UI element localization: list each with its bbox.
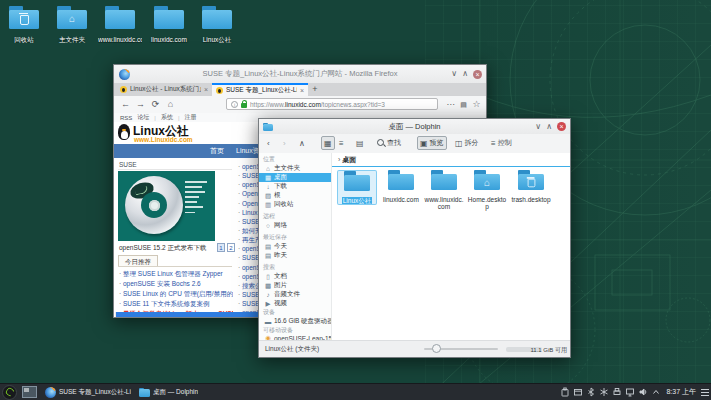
icons-view-icon[interactable]: ▦ [321, 136, 335, 150]
article-link[interactable]: OpenSUS [238, 200, 260, 209]
file-item-home-desktop[interactable]: ⌂ Home.desktop [467, 170, 507, 210]
article-link[interactable]: SUSE Linux 的 CPU 管理(启用/禁用的方法) [119, 290, 233, 299]
expand-tray-arrow-icon[interactable] [651, 387, 661, 397]
control-menu-button[interactable]: ≡控制 [491, 136, 512, 150]
pagination-page-1[interactable]: 1 [217, 243, 225, 252]
places-item-home[interactable]: ⌂主文件夹 [259, 164, 331, 173]
application-launcher-icon[interactable] [2, 385, 17, 400]
compact-view-icon[interactable]: ≡ [339, 136, 344, 150]
library-icon[interactable]: ▤ [457, 98, 470, 111]
minimize-icon[interactable]: ∨ [535, 123, 541, 131]
article-link[interactable]: OpenSUS [238, 190, 260, 199]
up-icon[interactable]: ∧ [299, 136, 305, 150]
bookmark-item[interactable]: RSS [120, 115, 132, 121]
back-icon[interactable]: ‹ [267, 136, 270, 150]
page-actions-icon[interactable]: ⋯ [444, 98, 457, 111]
places-item-today[interactable]: ▤今天 [259, 242, 331, 251]
article-link[interactable]: openSUS [238, 245, 260, 254]
tab-suse-topic[interactable]: SUSE 专题_Linux公社-Linu × [212, 83, 308, 96]
kdeconnect-icon[interactable] [599, 387, 609, 397]
task-firefox[interactable]: SUSE 专题_Linux公社-Linux系统门... [45, 387, 131, 398]
article-link[interactable]: SUSE Lin [238, 254, 260, 263]
zoom-slider[interactable] [424, 348, 498, 350]
https-lock-icon[interactable] [241, 103, 247, 108]
details-view-icon[interactable]: ▤ [356, 136, 364, 150]
bookmark-item[interactable]: 系统 [161, 113, 173, 122]
minimize-icon[interactable]: ∨ [451, 70, 457, 78]
desktop-icon-linuxidc[interactable]: linuxidc.com [147, 6, 191, 43]
firefox-titlebar[interactable]: SUSE 专题_Linux公社-Linux系统门户网站 - Mozilla Fi… [114, 65, 486, 84]
desktop-icon-linux-gongshe[interactable]: Linux公社 [195, 6, 239, 43]
places-item-videos[interactable]: ▶视频 [259, 299, 331, 308]
reload-icon[interactable]: ⟳ [149, 98, 162, 111]
article-link[interactable]: SUSE Lin [238, 291, 260, 300]
places-item-documents[interactable]: ▯文档 [259, 272, 331, 281]
virtual-desktop-pager[interactable] [22, 386, 37, 398]
places-item-images[interactable]: ▩图片 [259, 281, 331, 290]
maximize-icon[interactable]: ∧ [546, 123, 552, 131]
article-link[interactable]: openSUS [238, 264, 260, 273]
site-info-icon[interactable]: i [231, 101, 238, 108]
places-item-network[interactable]: ○网络 [259, 221, 331, 230]
article-link[interactable]: SUSE 11 下文件系统修复案例 [119, 300, 233, 309]
preview-toggle[interactable]: ▣预览 [417, 136, 447, 150]
split-button[interactable]: ◫拆分 [455, 136, 479, 150]
places-item-desktop[interactable]: ▦桌面 [259, 173, 331, 182]
article-link[interactable]: openSUS [238, 273, 260, 282]
article-link[interactable]: openSUS [238, 163, 260, 172]
zoom-slider-knob[interactable] [432, 344, 441, 353]
file-item-linux-gongshe[interactable]: Linux公社 [337, 170, 377, 205]
printer-icon[interactable] [612, 387, 622, 397]
places-item-trash[interactable]: ▥回收站 [259, 200, 331, 209]
site-nav-item[interactable]: 首页 [210, 146, 224, 156]
article-link[interactable]: 如何升级 [238, 227, 260, 236]
notifications-icon[interactable] [573, 387, 583, 397]
places-item-root[interactable]: ▨根 [259, 191, 331, 200]
article-link[interactable]: 搜索公司 [238, 282, 260, 291]
article-link[interactable]: Linux 操 [238, 209, 260, 218]
article-link[interactable]: openSUS [238, 181, 260, 190]
clipboard-icon[interactable] [560, 387, 570, 397]
tab-linux-gongshe[interactable]: Linux公社 - Linux系统门户网 × [116, 83, 212, 96]
article-link[interactable]: 整理 SUSE Linux 包管理器 Zypper [119, 270, 233, 279]
close-icon[interactable]: × [473, 70, 482, 79]
tab-close-icon[interactable]: × [300, 87, 304, 94]
places-item-downloads[interactable]: ↓下载 [259, 182, 331, 191]
bookmark-item[interactable]: 注册 [184, 113, 196, 122]
article-link[interactable]: SUSE Lin [238, 218, 260, 227]
file-item-trash-desktop[interactable]: trash.desktop [511, 170, 551, 203]
clock[interactable]: 8:37 上午 [666, 387, 696, 397]
forward-icon[interactable]: → [134, 98, 147, 111]
tab-close-icon[interactable]: × [204, 86, 208, 93]
display-settings-icon[interactable] [625, 387, 635, 397]
article-link[interactable]: SUSE Lin [238, 300, 260, 309]
bookmark-item[interactable]: 论坛 [137, 113, 149, 122]
close-icon[interactable]: × [557, 122, 566, 131]
panel-settings-icon[interactable] [701, 388, 709, 396]
dvd-caption-link[interactable]: openSUSE 15.2 正式发布下载 [119, 244, 206, 253]
places-item-yesterday[interactable]: ▤昨天 [259, 251, 331, 260]
places-item-audio[interactable]: ♪音频文件 [259, 290, 331, 299]
file-item-linuxidc[interactable]: linuxidc.com [381, 170, 421, 203]
dolphin-titlebar[interactable]: 桌面 — Dolphin ∨ ∧ × [259, 119, 570, 135]
volume-icon[interactable] [638, 387, 648, 397]
task-dolphin[interactable]: 桌面 — Dolphin [139, 388, 198, 397]
bluetooth-icon[interactable] [586, 387, 596, 397]
article-link[interactable]: SUSE 发布 [238, 172, 260, 181]
back-icon[interactable]: ← [119, 98, 132, 111]
file-item-www-linuxidc[interactable]: www.linuxidc.com [424, 170, 464, 210]
pagination-page-2[interactable]: 2 [227, 243, 235, 252]
home-icon[interactable]: ⌂ [164, 98, 177, 111]
forward-icon[interactable]: › [283, 136, 286, 150]
desktop-icon-home[interactable]: ⌂ 主文件夹 [50, 6, 94, 43]
new-tab-button[interactable]: + [308, 83, 322, 96]
places-item-harddrive[interactable]: ▬16.6 GiB 硬盘驱动器 [259, 317, 331, 326]
url-bar[interactable]: i https://www.linuxidc.com/topicnews.asp… [226, 98, 438, 110]
desktop-icon-trash[interactable]: 回收站 [2, 6, 46, 43]
bookmark-star-icon[interactable]: ☆ [470, 98, 483, 111]
article-link[interactable]: 再生产环 [238, 236, 260, 245]
opensuse-dvd-banner[interactable] [118, 171, 215, 241]
find-button[interactable]: 查找 [377, 136, 401, 150]
desktop-icon-www-linuxidc[interactable]: www.linuxidc.com [98, 6, 142, 43]
maximize-icon[interactable]: ∧ [462, 70, 468, 78]
